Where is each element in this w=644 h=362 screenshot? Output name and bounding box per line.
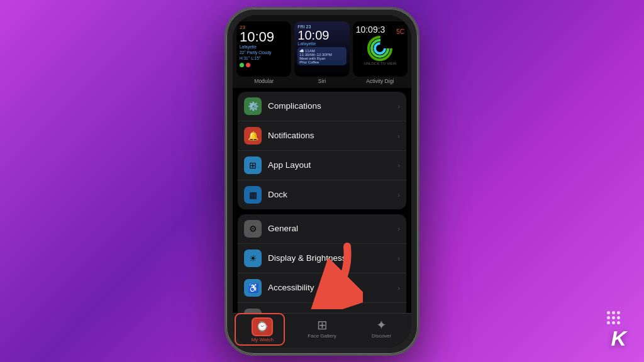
siri-card: ☁️ 11AM11:30AM–12:30PMMeet with RyanPhiz… — [297, 47, 346, 65]
activity-unlock: UNLOCK TO VIEW — [364, 62, 396, 65]
settings-row-siri[interactable]: ◉ Siri › — [238, 303, 406, 313]
display-icon: ☀ — [244, 250, 262, 267]
siri-settings-icon: ◉ — [244, 309, 262, 313]
kt-dots — [607, 311, 620, 324]
activity-rings — [367, 35, 393, 62]
discover-label: Discover — [372, 333, 391, 339]
dock-label: Dock — [268, 190, 397, 199]
phone-wrapper: 23 10:09 Lafayette22° Partly CloudyH:31°… — [225, 7, 419, 356]
face-gallery-icon: ⊞ — [317, 317, 328, 332]
dock-icon: ▦ — [244, 186, 262, 204]
settings-row-dock[interactable]: ▦ Dock › — [238, 180, 406, 209]
display-chevron: › — [397, 255, 400, 262]
background: 23 10:09 Lafayette22° Partly CloudyH:31°… — [0, 0, 644, 362]
general-chevron: › — [397, 225, 400, 233]
notifications-chevron: › — [397, 132, 400, 140]
app-layout-label: App Layout — [268, 160, 397, 170]
tab-discover[interactable]: ✦ Discover — [352, 317, 411, 343]
modular-dot-green — [240, 63, 244, 67]
app-layout-icon: ⊞ — [244, 156, 262, 174]
kt-logo: K — [611, 326, 626, 351]
notifications-label: Notifications — [268, 131, 397, 140]
watch-face-siri[interactable]: FRI 23 10:09 Lafayette ☁️ 11AM11:30AM–12… — [294, 21, 349, 84]
accessibility-chevron: › — [397, 284, 400, 292]
activity-label: Activity Digi — [366, 78, 394, 84]
app-layout-chevron: › — [397, 162, 400, 169]
tab-my-watch[interactable]: ⌚ My Watch — [233, 317, 292, 343]
display-label: Display & Brightness — [268, 253, 397, 263]
activity-temp: 5C — [396, 28, 404, 35]
settings-row-app-layout[interactable]: ⊞ App Layout › — [238, 151, 406, 180]
modular-weather: Lafayette22° Partly CloudyH:31° L:15° — [240, 44, 288, 61]
siri-location: Lafayette — [297, 41, 346, 46]
settings-row-accessibility[interactable]: ♿ Accessibility › — [238, 273, 406, 303]
accessibility-label: Accessibility — [268, 283, 397, 292]
phone-screen: 23 10:09 Lafayette22° Partly CloudyH:31°… — [233, 15, 411, 348]
phone-frame: 23 10:09 Lafayette22° Partly CloudyH:31°… — [225, 7, 419, 356]
notifications-icon: 🔔 — [244, 127, 262, 145]
complications-label: Complications — [268, 101, 397, 111]
settings-row-complications[interactable]: ⚙️ Complications › — [238, 92, 406, 121]
settings-row-general[interactable]: ⚙ General › — [238, 214, 406, 244]
complications-chevron: › — [397, 102, 400, 110]
settings-group-1: ⚙️ Complications › 🔔 Notifications › ⊞ A… — [238, 92, 406, 209]
settings-row-display[interactable]: ☀ Display & Brightness › — [238, 244, 406, 273]
watch-face-modular[interactable]: 23 10:09 Lafayette22° Partly CloudyH:31°… — [236, 21, 291, 84]
modular-label: Modular — [254, 78, 274, 84]
settings-group-2: ⚙ General › ☀ Display & Brightness › ♿ A… — [238, 214, 406, 313]
activity-time: 10:09:3 — [356, 25, 386, 35]
my-watch-icon: ⌚ — [252, 317, 273, 336]
svg-point-2 — [375, 43, 385, 53]
siri-label: Siri — [318, 78, 326, 84]
dock-chevron: › — [397, 191, 400, 199]
tab-bar: ⌚ My Watch ⊞ Face Gallery ✦ Discover — [233, 313, 411, 348]
settings-scroll-area: ⚙️ Complications › 🔔 Notifications › ⊞ A… — [233, 88, 411, 313]
watch-face-activity[interactable]: 10:09:3 5C UNLOCK TO VIEW Activity Digi — [353, 21, 408, 84]
modular-dot-red — [246, 63, 250, 67]
discover-icon: ✦ — [376, 317, 387, 332]
siri-time: 10:09 — [297, 29, 346, 41]
general-label: General — [268, 224, 397, 233]
general-icon: ⚙ — [244, 220, 262, 238]
complications-icon: ⚙️ — [244, 97, 262, 115]
watch-faces-area: 23 10:09 Lafayette22° Partly CloudyH:31°… — [233, 15, 411, 88]
tab-face-gallery[interactable]: ⊞ Face Gallery — [292, 317, 352, 343]
settings-row-notifications[interactable]: 🔔 Notifications › — [238, 121, 406, 151]
my-watch-label: My Watch — [252, 337, 274, 343]
accessibility-icon: ♿ — [244, 279, 262, 297]
face-gallery-label: Face Gallery — [308, 333, 336, 339]
modular-time: 10:09 — [240, 30, 288, 44]
